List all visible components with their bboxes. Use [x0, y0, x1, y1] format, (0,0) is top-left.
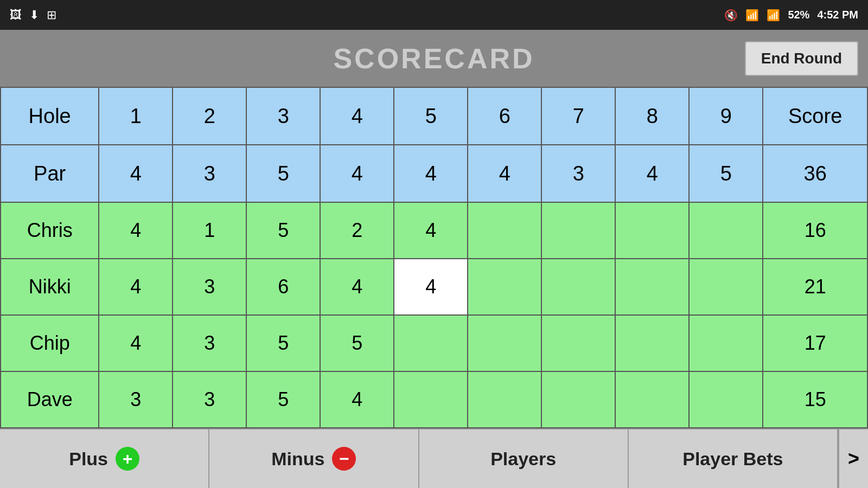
player-chris-hole-4[interactable]: 2: [320, 202, 394, 259]
player-chip-total: 17: [763, 315, 867, 371]
player-dave-hole-3[interactable]: 5: [246, 371, 320, 428]
player-dave-hole-1[interactable]: 3: [99, 371, 173, 428]
player-nikki-total: 21: [763, 259, 867, 315]
player-chip-hole-3[interactable]: 5: [246, 315, 320, 371]
par-hole-9: 5: [689, 145, 763, 202]
scorecard-table: Hole123456789ScorePar43544434536Chris415…: [0, 87, 868, 428]
hole-8: 8: [615, 87, 689, 145]
player-chip-hole-6[interactable]: [468, 315, 541, 371]
signal-icon: 📶: [767, 9, 780, 22]
player-dave-hole-9[interactable]: [689, 371, 763, 428]
player-dave-hole-6[interactable]: [468, 371, 541, 428]
status-left-icons: 🖼 ⬇ ⊞: [10, 8, 56, 22]
hole-5: 5: [394, 87, 468, 145]
battery-label: 52%: [788, 9, 809, 21]
scorecard-area: Hole123456789ScorePar43544434536Chris415…: [0, 87, 868, 428]
par-hole-3: 5: [246, 145, 320, 202]
plus-button[interactable]: Plus +: [0, 429, 209, 488]
player-chip-hole-9[interactable]: [689, 315, 763, 371]
player-dave-hole-7[interactable]: [541, 371, 615, 428]
table-row: Chip435517: [1, 315, 867, 371]
download-icon: ⬇: [29, 8, 39, 22]
grid-icon: ⊞: [47, 8, 56, 22]
minus-button[interactable]: Minus −: [209, 429, 419, 488]
player-chris-hole-5[interactable]: 4: [394, 202, 468, 259]
minus-icon: −: [332, 447, 356, 471]
par-hole-4: 4: [320, 145, 394, 202]
player-chris-hole-3[interactable]: 5: [246, 202, 320, 259]
player-nikki-hole-6[interactable]: [468, 259, 541, 315]
table-row: Dave335415: [1, 371, 867, 428]
player-chris-total: 16: [763, 202, 867, 259]
player-chris-hole-6[interactable]: [468, 202, 541, 259]
header: SCORECARD End Round: [0, 30, 868, 87]
mute-icon: 🔇: [724, 9, 738, 22]
par-hole-6: 4: [468, 145, 541, 202]
image-icon: 🖼: [10, 8, 22, 22]
player-nikki-hole-5[interactable]: 4: [394, 259, 468, 315]
hole-1: 1: [99, 87, 173, 145]
player-chip-hole-5[interactable]: [394, 315, 468, 371]
player-chris-hole-1[interactable]: 4: [99, 202, 173, 259]
page-title: SCORECARD: [333, 42, 534, 75]
player-nikki-hole-4[interactable]: 4: [320, 259, 394, 315]
player-chris-hole-2[interactable]: 1: [173, 202, 246, 259]
player-dave-hole-5[interactable]: [394, 371, 468, 428]
par-row: Par43544434536: [1, 145, 867, 202]
par-total: 36: [763, 145, 867, 202]
player-chip-hole-1[interactable]: 4: [99, 315, 173, 371]
players-label: Players: [490, 448, 556, 470]
plus-icon: +: [116, 447, 139, 471]
player-chip-hole-4[interactable]: 5: [320, 315, 394, 371]
player-name-chris: Chris: [1, 202, 99, 259]
table-row: Chris4152416: [1, 202, 867, 259]
player-nikki-hole-2[interactable]: 3: [173, 259, 246, 315]
minus-label: Minus: [271, 448, 324, 470]
hole-3: 3: [246, 87, 320, 145]
player-chip-hole-7[interactable]: [541, 315, 615, 371]
par-hole-1: 4: [99, 145, 173, 202]
table-row: Nikki4364421: [1, 259, 867, 315]
player-dave-hole-4[interactable]: 4: [320, 371, 394, 428]
player-bets-label: Player Bets: [682, 448, 783, 470]
player-name-chip: Chip: [1, 315, 99, 371]
status-right-icons: 🔇 📶 📶 52% 4:52 PM: [724, 9, 858, 22]
player-bets-button[interactable]: Player Bets: [629, 429, 838, 488]
next-arrow-button[interactable]: >: [838, 429, 868, 488]
time-label: 4:52 PM: [817, 9, 858, 21]
player-dave-hole-2[interactable]: 3: [173, 371, 246, 428]
player-nikki-hole-8[interactable]: [615, 259, 689, 315]
hole-label: Hole: [1, 87, 99, 145]
hole-9: 9: [689, 87, 763, 145]
hole-2: 2: [173, 87, 246, 145]
player-chris-hole-7[interactable]: [541, 202, 615, 259]
player-chris-hole-8[interactable]: [615, 202, 689, 259]
hole-7: 7: [541, 87, 615, 145]
par-hole-7: 3: [541, 145, 615, 202]
player-chris-hole-9[interactable]: [689, 202, 763, 259]
status-bar: 🖼 ⬇ ⊞ 🔇 📶 📶 52% 4:52 PM: [0, 0, 868, 30]
par-label: Par: [1, 145, 99, 202]
player-nikki-hole-9[interactable]: [689, 259, 763, 315]
player-chip-hole-2[interactable]: 3: [173, 315, 246, 371]
end-round-button[interactable]: End Round: [745, 41, 858, 76]
wifi-icon: 📶: [745, 9, 759, 22]
hole-4: 4: [320, 87, 394, 145]
player-name-dave: Dave: [1, 371, 99, 428]
player-dave-hole-8[interactable]: [615, 371, 689, 428]
player-nikki-hole-7[interactable]: [541, 259, 615, 315]
player-name-nikki: Nikki: [1, 259, 99, 315]
hole-header-row: Hole123456789Score: [1, 87, 867, 145]
par-hole-5: 4: [394, 145, 468, 202]
score-header: Score: [763, 87, 867, 145]
players-button[interactable]: Players: [419, 429, 629, 488]
toolbar: Plus + Minus − Players Player Bets >: [0, 428, 868, 488]
player-chip-hole-8[interactable]: [615, 315, 689, 371]
par-hole-8: 4: [615, 145, 689, 202]
player-nikki-hole-3[interactable]: 6: [246, 259, 320, 315]
player-dave-total: 15: [763, 371, 867, 428]
player-nikki-hole-1[interactable]: 4: [99, 259, 173, 315]
par-hole-2: 3: [173, 145, 246, 202]
plus-label: Plus: [69, 448, 108, 470]
hole-6: 6: [468, 87, 541, 145]
